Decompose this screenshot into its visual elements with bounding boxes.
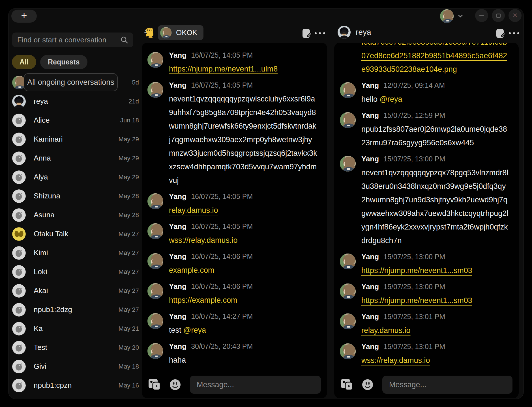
message-avatar bbox=[147, 223, 163, 239]
message: Yang15/07/25, 13:00 PMhttps://njump.me/n… bbox=[340, 252, 509, 277]
search-conversations[interactable] bbox=[12, 33, 133, 47]
message: Yang15/07/25, 13:01 PMrelay.damus.io bbox=[340, 312, 509, 337]
conversation-name: Alya bbox=[34, 173, 111, 181]
message-sender: Yang bbox=[361, 111, 379, 120]
message: Yang16/07/25, 14:06 PMexample.com bbox=[147, 252, 318, 277]
message: Yang16/07/25, 14:05 PMrelay.damus.io bbox=[147, 192, 318, 217]
message-input[interactable] bbox=[190, 376, 321, 394]
maximize-icon bbox=[496, 14, 501, 18]
message-timestamp: 15/07/25, 13:00 PM bbox=[383, 155, 445, 163]
conversation-name: Givi bbox=[34, 362, 111, 371]
message-text: hello bbox=[361, 95, 380, 103]
conversation-date: May 29 bbox=[119, 136, 139, 143]
avatar bbox=[12, 284, 26, 298]
message-timestamp: 30/07/25, 20:43 PM bbox=[191, 342, 253, 350]
conversation-item[interactable]: GiviMay 18 bbox=[12, 357, 139, 376]
mention[interactable]: @reya bbox=[183, 326, 206, 334]
message-avatar bbox=[147, 283, 163, 299]
message-input[interactable] bbox=[382, 376, 512, 394]
message-sender: Yang bbox=[361, 312, 379, 321]
message-link[interactable]: https://njump.me/nevent1...sm03 bbox=[361, 266, 472, 275]
mention[interactable]: @reya bbox=[380, 95, 402, 103]
chat-header-okok[interactable]: OKOK bbox=[158, 25, 203, 40]
new-conversation-button[interactable]: + bbox=[11, 10, 37, 23]
avatar bbox=[12, 379, 26, 392]
note-compose-icon[interactable] bbox=[302, 28, 312, 39]
conversation-item[interactable]: reya21d bbox=[12, 92, 139, 111]
message: Yang16/07/25, 14:27 PMtest @reya bbox=[147, 312, 318, 337]
conversation-name: Kimi bbox=[34, 248, 111, 257]
conversation-item[interactable]: AnnaMay 29 bbox=[12, 149, 139, 168]
message-link[interactable]: relay.damus.io bbox=[361, 326, 411, 335]
conversation-item[interactable]: KaminariMay 29 bbox=[12, 130, 139, 149]
conversation-date: May 28 bbox=[119, 192, 139, 200]
message-timestamp: 16/07/25, 14:06 PM bbox=[191, 282, 253, 291]
message-sender: Yang bbox=[361, 155, 379, 163]
conversation-item[interactable]: Otaku TalkMay 27 bbox=[12, 224, 139, 243]
message: Yang12/07/25, 09:14 AMhello @reya bbox=[340, 81, 509, 106]
message-link[interactable]: https://example.com bbox=[169, 296, 237, 304]
conversation-name: npub1:cpzn bbox=[34, 381, 111, 390]
chevron-down-icon bbox=[458, 15, 463, 18]
conversation-date: May 27 bbox=[119, 268, 139, 276]
chat-title: OKOK bbox=[176, 28, 197, 37]
message-timestamp: 16/07/25, 14:05 PM bbox=[191, 222, 253, 231]
conversation-item[interactable]: npub1:cpznMay 16 bbox=[12, 376, 139, 395]
message-link[interactable]: wss://relay.damus.io bbox=[361, 356, 430, 365]
media-picker-icon[interactable] bbox=[340, 378, 353, 391]
message-timestamp: 15/07/25, 12:59 PM bbox=[383, 111, 445, 120]
message-link[interactable]: wss://relay.damus.io bbox=[169, 236, 238, 244]
emoji-icon[interactable] bbox=[361, 378, 374, 391]
account-menu[interactable] bbox=[440, 9, 463, 23]
message-link[interactable]: https://njump.me/nevent1...ulm8 bbox=[169, 65, 278, 73]
tooltip-text: All ongoing conversations bbox=[27, 78, 114, 87]
conversation-item[interactable]: ShizunaMay 28 bbox=[12, 187, 139, 205]
chat-menu-icon[interactable] bbox=[509, 32, 519, 34]
conversation-date: May 27 bbox=[119, 249, 139, 257]
message: Yang16/07/25, 14:05 PMwss://relay.damus.… bbox=[147, 222, 318, 247]
conversation-item[interactable]: AliceJun 18 bbox=[12, 111, 139, 130]
conversation-date: 21d bbox=[128, 98, 139, 105]
conversation-item[interactable]: LokiMay 27 bbox=[12, 262, 139, 281]
tab-all[interactable]: All bbox=[12, 55, 36, 69]
message-link[interactable]: https://njump.me/nevent1...sm03 bbox=[361, 296, 472, 305]
conversation-name: Akai bbox=[34, 286, 111, 295]
conversation-name: Shizuna bbox=[34, 192, 111, 200]
chat-panel-reya: f8dd769e762fe83393d6f13386/7e7119fc6b07e… bbox=[334, 43, 519, 398]
conversation-item[interactable]: AlyaMay 29 bbox=[12, 168, 139, 187]
avatar bbox=[12, 265, 26, 279]
message-avatar bbox=[147, 343, 163, 359]
conversation-date: May 27 bbox=[119, 306, 139, 313]
message-link[interactable]: f8dd769e762fe83393d6f13386/7e7119fc6b07e… bbox=[361, 43, 507, 73]
conversation-name: Test bbox=[34, 343, 111, 352]
message-avatar bbox=[147, 313, 163, 329]
chat-title: reya bbox=[356, 28, 371, 37]
conversation-name: Loki bbox=[34, 267, 111, 276]
tooltip: All ongoing conversations bbox=[24, 73, 118, 91]
message-link[interactable]: relay.damus.io bbox=[169, 206, 218, 215]
conversation-item[interactable]: AsunaMay 28 bbox=[12, 205, 139, 224]
media-picker-icon[interactable] bbox=[148, 378, 160, 391]
emoji-icon[interactable] bbox=[169, 378, 181, 391]
search-input[interactable] bbox=[17, 36, 120, 44]
avatar bbox=[12, 208, 26, 222]
message-avatar bbox=[147, 82, 163, 98]
app-window: + × All Requests 5dreya21dAliceJun 18Kam… bbox=[8, 8, 524, 399]
maximize-button[interactable] bbox=[492, 9, 505, 22]
conversation-item[interactable]: npub1:2dzgMay 27 bbox=[12, 300, 139, 319]
minimize-button[interactable] bbox=[475, 9, 488, 22]
conversation-item[interactable]: TestMay 20 bbox=[12, 338, 139, 357]
conversation-item[interactable]: KaMay 21 bbox=[12, 319, 139, 338]
conversation-date: May 27 bbox=[119, 230, 139, 238]
chat-header-reya[interactable]: reya bbox=[338, 26, 371, 39]
conversation-item[interactable]: AkaiMay 27 bbox=[12, 281, 139, 300]
message-list: f8dd769e762fe83393d6f13386/7e7119fc6b07e… bbox=[340, 43, 509, 370]
note-compose-icon[interactable] bbox=[496, 28, 505, 39]
message-avatar bbox=[340, 112, 356, 128]
chat-menu-icon[interactable] bbox=[315, 32, 325, 34]
avatar bbox=[12, 341, 26, 354]
conversation-item[interactable]: KimiMay 27 bbox=[12, 243, 139, 262]
tab-requests[interactable]: Requests bbox=[40, 55, 87, 69]
message-link[interactable]: example.com bbox=[169, 266, 214, 274]
close-button[interactable]: × bbox=[509, 9, 522, 22]
